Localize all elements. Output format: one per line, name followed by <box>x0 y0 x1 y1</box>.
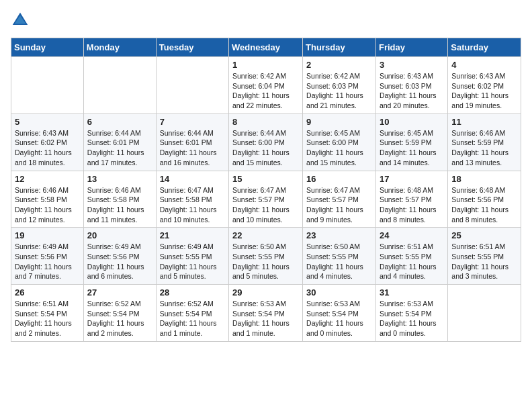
cell-content: Sunrise: 6:43 AMSunset: 6:02 PMDaylight:… <box>451 71 517 111</box>
day-number: 27 <box>87 287 152 298</box>
cell-content: Sunrise: 6:53 AMSunset: 5:54 PMDaylight:… <box>306 299 372 338</box>
cell-content: Sunrise: 6:49 AMSunset: 5:55 PMDaylight:… <box>160 242 225 281</box>
calendar-cell: 16Sunrise: 6:47 AMSunset: 5:57 PMDayligh… <box>303 171 376 228</box>
cell-content: Sunrise: 6:45 AMSunset: 5:59 PMDaylight:… <box>380 128 444 168</box>
calendar-cell: 3Sunrise: 6:43 AMSunset: 6:03 PMDaylight… <box>375 57 447 114</box>
cell-content: Sunrise: 6:50 AMSunset: 5:55 PMDaylight:… <box>232 242 299 281</box>
cell-content: Sunrise: 6:47 AMSunset: 5:58 PMDaylight:… <box>160 185 225 225</box>
cell-content: Sunrise: 6:51 AMSunset: 5:55 PMDaylight:… <box>451 242 517 281</box>
calendar-cell <box>11 57 84 114</box>
day-number: 15 <box>232 174 299 184</box>
cell-content: Sunrise: 6:44 AMSunset: 6:01 PMDaylight:… <box>160 128 225 168</box>
day-of-week-header: Sunday <box>11 38 84 57</box>
cell-content: Sunrise: 6:47 AMSunset: 5:57 PMDaylight:… <box>306 185 372 225</box>
cell-content: Sunrise: 6:43 AMSunset: 6:03 PMDaylight:… <box>380 71 444 111</box>
day-number: 21 <box>160 230 225 240</box>
calendar-cell: 1Sunrise: 6:42 AMSunset: 6:04 PMDaylight… <box>229 57 303 114</box>
day-number: 10 <box>380 117 444 127</box>
cell-content: Sunrise: 6:49 AMSunset: 5:56 PMDaylight:… <box>87 242 152 281</box>
calendar-week-row: 19Sunrise: 6:49 AMSunset: 5:56 PMDayligh… <box>11 228 521 285</box>
cell-content: Sunrise: 6:46 AMSunset: 5:58 PMDaylight:… <box>87 185 152 225</box>
day-of-week-header: Tuesday <box>156 38 228 57</box>
day-number: 24 <box>380 230 444 240</box>
calendar-cell: 20Sunrise: 6:49 AMSunset: 5:56 PMDayligh… <box>83 228 156 285</box>
calendar-cell: 9Sunrise: 6:45 AMSunset: 6:00 PMDaylight… <box>303 113 376 171</box>
day-number: 5 <box>15 117 80 127</box>
cell-content: Sunrise: 6:46 AMSunset: 5:59 PMDaylight:… <box>451 128 517 168</box>
day-number: 9 <box>306 117 372 127</box>
cell-content: Sunrise: 6:42 AMSunset: 6:04 PMDaylight:… <box>232 71 299 111</box>
calendar-cell <box>156 57 228 114</box>
calendar-cell: 29Sunrise: 6:53 AMSunset: 5:54 PMDayligh… <box>229 285 303 342</box>
day-number: 26 <box>15 287 80 298</box>
day-number: 11 <box>451 117 517 127</box>
calendar-cell: 6Sunrise: 6:44 AMSunset: 6:01 PMDaylight… <box>83 113 156 171</box>
day-number: 17 <box>380 174 444 184</box>
day-number: 6 <box>87 117 152 127</box>
calendar-cell: 27Sunrise: 6:52 AMSunset: 5:54 PMDayligh… <box>83 285 156 342</box>
calendar-cell: 22Sunrise: 6:50 AMSunset: 5:55 PMDayligh… <box>229 228 303 285</box>
day-number: 18 <box>451 174 517 184</box>
cell-content: Sunrise: 6:44 AMSunset: 6:00 PMDaylight:… <box>232 128 299 168</box>
calendar-cell: 21Sunrise: 6:49 AMSunset: 5:55 PMDayligh… <box>156 228 228 285</box>
calendar-week-row: 26Sunrise: 6:51 AMSunset: 5:54 PMDayligh… <box>11 285 521 342</box>
day-number: 20 <box>87 230 152 240</box>
calendar-cell: 26Sunrise: 6:51 AMSunset: 5:54 PMDayligh… <box>11 285 84 342</box>
day-number: 2 <box>306 60 372 70</box>
calendar-cell: 19Sunrise: 6:49 AMSunset: 5:56 PMDayligh… <box>11 228 84 285</box>
day-of-week-header: Thursday <box>303 38 376 57</box>
day-number: 16 <box>306 174 372 184</box>
calendar-cell: 25Sunrise: 6:51 AMSunset: 5:55 PMDayligh… <box>448 228 521 285</box>
calendar-week-row: 12Sunrise: 6:46 AMSunset: 5:58 PMDayligh… <box>11 171 521 228</box>
calendar-cell: 15Sunrise: 6:47 AMSunset: 5:57 PMDayligh… <box>229 171 303 228</box>
calendar-table: SundayMondayTuesdayWednesdayThursdayFrid… <box>11 38 521 342</box>
calendar-cell: 4Sunrise: 6:43 AMSunset: 6:02 PMDaylight… <box>448 57 521 114</box>
day-number: 29 <box>232 287 299 298</box>
day-number: 12 <box>15 174 80 184</box>
calendar-cell <box>448 285 521 342</box>
calendar-cell: 31Sunrise: 6:53 AMSunset: 5:54 PMDayligh… <box>375 285 447 342</box>
page-header <box>11 11 521 30</box>
calendar-cell: 28Sunrise: 6:52 AMSunset: 5:54 PMDayligh… <box>156 285 228 342</box>
day-number: 7 <box>160 117 225 127</box>
cell-content: Sunrise: 6:48 AMSunset: 5:57 PMDaylight:… <box>380 185 444 225</box>
day-number: 8 <box>232 117 299 127</box>
calendar-cell: 2Sunrise: 6:42 AMSunset: 6:03 PMDaylight… <box>303 57 376 114</box>
cell-content: Sunrise: 6:51 AMSunset: 5:54 PMDaylight:… <box>15 299 80 338</box>
day-number: 3 <box>380 60 444 70</box>
calendar-cell: 8Sunrise: 6:44 AMSunset: 6:00 PMDaylight… <box>229 113 303 171</box>
cell-content: Sunrise: 6:47 AMSunset: 5:57 PMDaylight:… <box>232 185 299 225</box>
cell-content: Sunrise: 6:53 AMSunset: 5:54 PMDaylight:… <box>232 299 299 338</box>
day-number: 4 <box>451 60 517 70</box>
cell-content: Sunrise: 6:50 AMSunset: 5:55 PMDaylight:… <box>306 242 372 281</box>
cell-content: Sunrise: 6:53 AMSunset: 5:54 PMDaylight:… <box>380 299 444 338</box>
calendar-cell: 13Sunrise: 6:46 AMSunset: 5:58 PMDayligh… <box>83 171 156 228</box>
day-number: 1 <box>232 60 299 70</box>
day-number: 14 <box>160 174 225 184</box>
cell-content: Sunrise: 6:51 AMSunset: 5:55 PMDaylight:… <box>380 242 444 281</box>
cell-content: Sunrise: 6:43 AMSunset: 6:02 PMDaylight:… <box>15 128 80 168</box>
calendar-cell: 18Sunrise: 6:48 AMSunset: 5:56 PMDayligh… <box>448 171 521 228</box>
day-number: 23 <box>306 230 372 240</box>
cell-content: Sunrise: 6:48 AMSunset: 5:56 PMDaylight:… <box>451 185 517 225</box>
cell-content: Sunrise: 6:52 AMSunset: 5:54 PMDaylight:… <box>87 299 152 338</box>
logo-icon <box>11 11 30 30</box>
cell-content: Sunrise: 6:49 AMSunset: 5:56 PMDaylight:… <box>15 242 80 281</box>
cell-content: Sunrise: 6:46 AMSunset: 5:58 PMDaylight:… <box>15 185 80 225</box>
day-number: 19 <box>15 230 80 240</box>
calendar-cell: 14Sunrise: 6:47 AMSunset: 5:58 PMDayligh… <box>156 171 228 228</box>
day-of-week-header: Wednesday <box>229 38 303 57</box>
cell-content: Sunrise: 6:45 AMSunset: 6:00 PMDaylight:… <box>306 128 372 168</box>
calendar-cell: 17Sunrise: 6:48 AMSunset: 5:57 PMDayligh… <box>375 171 447 228</box>
calendar-week-row: 5Sunrise: 6:43 AMSunset: 6:02 PMDaylight… <box>11 113 521 171</box>
calendar-cell: 30Sunrise: 6:53 AMSunset: 5:54 PMDayligh… <box>303 285 376 342</box>
calendar-cell: 5Sunrise: 6:43 AMSunset: 6:02 PMDaylight… <box>11 113 84 171</box>
day-of-week-header: Monday <box>83 38 156 57</box>
cell-content: Sunrise: 6:52 AMSunset: 5:54 PMDaylight:… <box>160 299 225 338</box>
day-number: 13 <box>87 174 152 184</box>
day-number: 30 <box>306 287 372 298</box>
calendar-cell: 10Sunrise: 6:45 AMSunset: 5:59 PMDayligh… <box>375 113 447 171</box>
calendar-header-row: SundayMondayTuesdayWednesdayThursdayFrid… <box>11 38 521 57</box>
day-number: 25 <box>451 230 517 240</box>
calendar-cell: 23Sunrise: 6:50 AMSunset: 5:55 PMDayligh… <box>303 228 376 285</box>
